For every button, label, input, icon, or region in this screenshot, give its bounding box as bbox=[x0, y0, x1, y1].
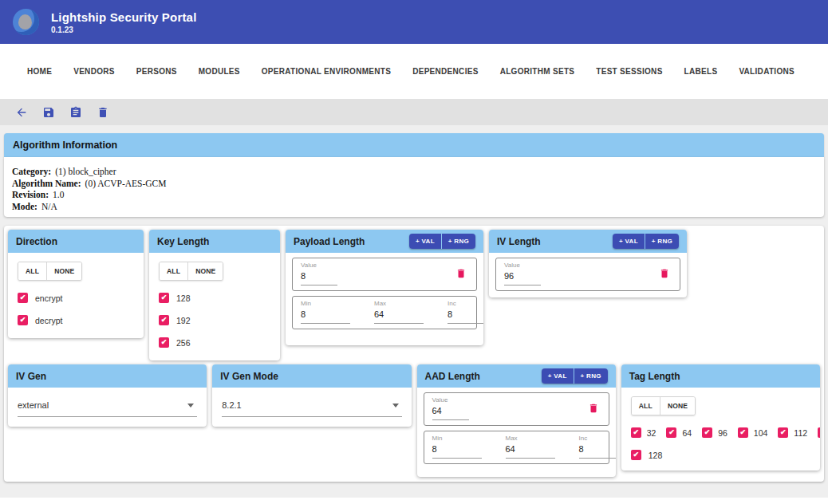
range-entry: Min 8 Max 64 Inc 8 bbox=[424, 431, 609, 464]
add-buttons: + VAL + RNG bbox=[409, 234, 475, 249]
card-title: Key Length bbox=[157, 236, 209, 247]
add-value-button[interactable]: + VAL bbox=[613, 234, 645, 249]
info-value: (0) ACVP-AES-GCM bbox=[85, 179, 167, 188]
checkbox-128[interactable]: ✔ 128 bbox=[631, 450, 810, 460]
app-version: 0.1.23 bbox=[51, 26, 197, 34]
checkbox-112[interactable]: ✔ 112 bbox=[778, 427, 807, 438]
nav-item-labels[interactable]: LABELS bbox=[684, 67, 718, 76]
all-none-toggle: ALL NONE bbox=[18, 262, 82, 281]
nav-item-home[interactable]: HOME bbox=[27, 67, 52, 76]
info-row-mode: Mode:N/A bbox=[12, 201, 816, 213]
add-range-button[interactable]: + RNG bbox=[574, 368, 608, 384]
checkbox-label: 96 bbox=[718, 428, 727, 438]
checkbox-104[interactable]: ✔ 104 bbox=[738, 427, 768, 438]
min-field: Min 8 bbox=[432, 435, 482, 459]
value-input[interactable]: 64 bbox=[432, 404, 469, 420]
nav-item-algorithm-sets[interactable]: ALGORITHM SETS bbox=[500, 67, 575, 76]
checkbox-label: 104 bbox=[754, 428, 768, 438]
info-row-revision: Revision:1.0 bbox=[12, 189, 816, 201]
delete-value-button[interactable] bbox=[588, 403, 599, 414]
info-value: (1) block_cipher bbox=[55, 167, 116, 176]
nav-item-persons[interactable]: PERSONS bbox=[136, 67, 177, 76]
checkbox-192[interactable]: ✔ 192 bbox=[159, 315, 270, 325]
inc-input[interactable]: 8 bbox=[448, 308, 483, 324]
checkbox-256[interactable]: ✔ 256 bbox=[159, 337, 270, 348]
checkbox-encrypt[interactable]: ✔ encrypt bbox=[18, 293, 134, 303]
selected-value: external bbox=[18, 400, 49, 410]
arrow-left-icon bbox=[15, 106, 28, 119]
card-row-2: IV Gen external IV Gen Mode 8.2.1 bbox=[8, 364, 820, 477]
inc-field: Inc 8 bbox=[579, 435, 616, 459]
field-label: Min bbox=[301, 300, 350, 308]
nav-item-modules[interactable]: MODULES bbox=[199, 67, 240, 76]
add-buttons: + VAL + RNG bbox=[613, 234, 679, 249]
checkbox-label: encrypt bbox=[35, 293, 62, 303]
delete-button[interactable] bbox=[93, 103, 112, 122]
iv-gen-card: IV Gen external bbox=[8, 364, 207, 427]
add-buttons: + VAL + RNG bbox=[542, 368, 608, 384]
value-field: Value 64 bbox=[432, 396, 469, 420]
checkbox-checked-icon: ✔ bbox=[818, 427, 820, 438]
nav-item-vendors[interactable]: VENDORS bbox=[73, 67, 115, 76]
checkbox-96[interactable]: ✔ 96 bbox=[702, 427, 727, 438]
checkbox-label: 64 bbox=[682, 428, 692, 438]
delete-value-button[interactable] bbox=[659, 268, 670, 279]
checkbox-120[interactable]: ✔ 120 bbox=[818, 427, 820, 438]
app-header: Lightship Security Portal 0.1.23 bbox=[0, 0, 828, 44]
checkbox-label: 128 bbox=[649, 451, 663, 460]
info-label: Category: bbox=[12, 167, 51, 176]
card-title: IV Length bbox=[497, 236, 541, 247]
tag-length-options-row-1: ✔ 32 ✔ 64 ✔ 96 bbox=[631, 427, 810, 438]
select-none-button[interactable]: NONE bbox=[46, 262, 81, 280]
value-input[interactable]: 8 bbox=[301, 270, 337, 285]
checkbox-32[interactable]: ✔ 32 bbox=[631, 427, 656, 438]
delete-value-button[interactable] bbox=[455, 268, 467, 279]
field-label: Value bbox=[504, 262, 541, 270]
checkbox-checked-icon: ✔ bbox=[778, 427, 788, 438]
selected-value: 8.2.1 bbox=[222, 400, 241, 410]
trash-icon bbox=[588, 403, 599, 414]
checkbox-checked-icon: ✔ bbox=[18, 293, 28, 303]
nav-item-test-sessions[interactable]: TEST SESSIONS bbox=[596, 67, 662, 76]
select-all-button[interactable]: ALL bbox=[632, 397, 660, 415]
select-none-button[interactable]: NONE bbox=[660, 397, 695, 415]
range-fields: Min 8 Max 64 Inc 8 bbox=[432, 435, 616, 459]
add-value-button[interactable]: + VAL bbox=[409, 234, 441, 249]
save-button[interactable] bbox=[39, 103, 58, 122]
checkbox-checked-icon: ✔ bbox=[702, 427, 712, 438]
copy-json-button[interactable] bbox=[66, 103, 85, 122]
checkbox-64[interactable]: ✔ 64 bbox=[666, 427, 692, 438]
add-value-button[interactable]: + VAL bbox=[542, 368, 574, 384]
checkbox-decrypt[interactable]: ✔ decrypt bbox=[18, 315, 134, 325]
app-title-block: Lightship Security Portal 0.1.23 bbox=[51, 10, 197, 34]
nav-item-dependencies[interactable]: DEPENDENCIES bbox=[412, 67, 479, 76]
iv-gen-select[interactable]: external bbox=[18, 400, 197, 417]
max-field: Max 64 bbox=[374, 300, 424, 324]
back-button[interactable] bbox=[12, 103, 31, 122]
inc-input[interactable]: 8 bbox=[579, 443, 616, 459]
min-input[interactable]: 8 bbox=[432, 443, 482, 459]
trash-icon bbox=[455, 268, 467, 279]
nav-item-operational-environments[interactable]: OPERATIONAL ENVIRONMENTS bbox=[262, 67, 391, 76]
add-range-button[interactable]: + RNG bbox=[645, 234, 679, 249]
value-input[interactable]: 96 bbox=[504, 270, 541, 285]
card-title: AAD Length bbox=[425, 371, 480, 382]
value-field: Value 96 bbox=[504, 262, 541, 285]
max-field: Max 64 bbox=[506, 435, 555, 459]
select-all-button[interactable]: ALL bbox=[18, 262, 46, 280]
tag-length-card: Tag Length ALL NONE ✔ 32 bbox=[621, 364, 820, 471]
iv-length-card: IV Length + VAL + RNG Value 96 bbox=[489, 230, 687, 297]
select-all-button[interactable]: ALL bbox=[160, 262, 187, 280]
select-none-button[interactable]: NONE bbox=[187, 262, 223, 280]
card-title: IV Gen bbox=[16, 371, 46, 382]
add-range-button[interactable]: + RNG bbox=[442, 234, 475, 249]
checkbox-128[interactable]: ✔ 128 bbox=[159, 293, 270, 303]
iv-gen-mode-select[interactable]: 8.2.1 bbox=[222, 400, 401, 417]
checkbox-checked-icon: ✔ bbox=[631, 450, 641, 460]
max-input[interactable]: 64 bbox=[374, 308, 424, 324]
checkbox-label: 32 bbox=[647, 428, 656, 438]
field-label: Inc bbox=[579, 435, 616, 443]
max-input[interactable]: 64 bbox=[506, 443, 555, 459]
nav-item-validations[interactable]: VALIDATIONS bbox=[739, 67, 794, 76]
min-input[interactable]: 8 bbox=[301, 308, 350, 324]
